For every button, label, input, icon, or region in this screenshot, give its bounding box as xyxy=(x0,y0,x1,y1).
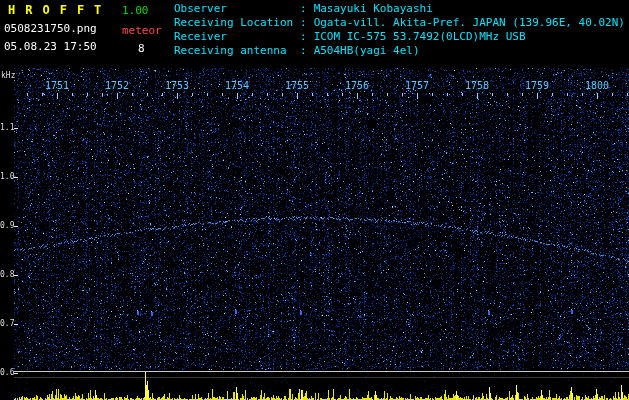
info-separator: : xyxy=(300,2,307,15)
freq-tick-label: 0.9 xyxy=(0,221,14,230)
info-value: ICOM IC-575 53.7492(0LCD)MHz USB xyxy=(314,30,526,43)
freq-axis-unit: kHz xyxy=(1,71,15,80)
time-tick-label: 1753 xyxy=(164,80,190,91)
freq-tick-label: 1.1 xyxy=(0,123,14,132)
freq-tick-label: 0.7 xyxy=(0,319,14,328)
info-label: Observer xyxy=(174,2,300,16)
info-row-location: Receiving Location:Ogata-vill. Akita-Pre… xyxy=(174,16,625,30)
freq-tick-label: 0.6 xyxy=(0,368,14,377)
mode-label: meteor xyxy=(122,24,162,37)
info-row-receiver: Receiver:ICOM IC-575 53.7492(0LCD)MHz US… xyxy=(174,30,625,44)
version-label: 1.00 xyxy=(122,4,149,17)
time-tick-label: 1800 xyxy=(584,80,610,91)
time-tick-label: 1752 xyxy=(104,80,130,91)
time-tick-label: 1756 xyxy=(344,80,370,91)
info-row-observer: Observer:Masayuki Kobayashi xyxy=(174,2,625,16)
echo-count: 8 xyxy=(138,42,145,55)
freq-tick-label: 1.0 xyxy=(0,172,14,181)
datetime-label: 05.08.23 17:50 xyxy=(4,40,97,53)
info-label: Receiving antenna xyxy=(174,44,300,58)
time-tick-label: 1758 xyxy=(464,80,490,91)
info-separator: : xyxy=(300,44,307,57)
app-title: HROFFT xyxy=(8,3,111,17)
info-value: Ogata-vill. Akita-Pref. JAPAN (139.96E, … xyxy=(314,16,625,29)
time-tick-label: 1751 xyxy=(44,80,70,91)
info-separator: : xyxy=(300,30,307,43)
time-tick-label: 1757 xyxy=(404,80,430,91)
info-row-antenna: Receiving antenna:A504HB(yagi 4el) xyxy=(174,44,625,58)
time-tick-label: 1754 xyxy=(224,80,250,91)
receiver-info-block: Observer:Masayuki Kobayashi Receiving Lo… xyxy=(174,2,625,58)
spectrogram-canvas xyxy=(0,0,629,400)
freq-tick-label: 0.8 xyxy=(0,270,14,279)
info-label: Receiver xyxy=(174,30,300,44)
time-tick-label: 1755 xyxy=(284,80,310,91)
filename-label: 0508231750.png xyxy=(4,22,97,35)
info-value: Masayuki Kobayashi xyxy=(314,2,433,15)
info-value: A504HB(yagi 4el) xyxy=(314,44,420,57)
info-separator: : xyxy=(300,16,307,29)
time-tick-label: 1759 xyxy=(524,80,550,91)
info-label: Receiving Location xyxy=(174,16,300,30)
hrofft-window: HROFFT 1.00 0508231750.png meteor 05.08.… xyxy=(0,0,629,400)
